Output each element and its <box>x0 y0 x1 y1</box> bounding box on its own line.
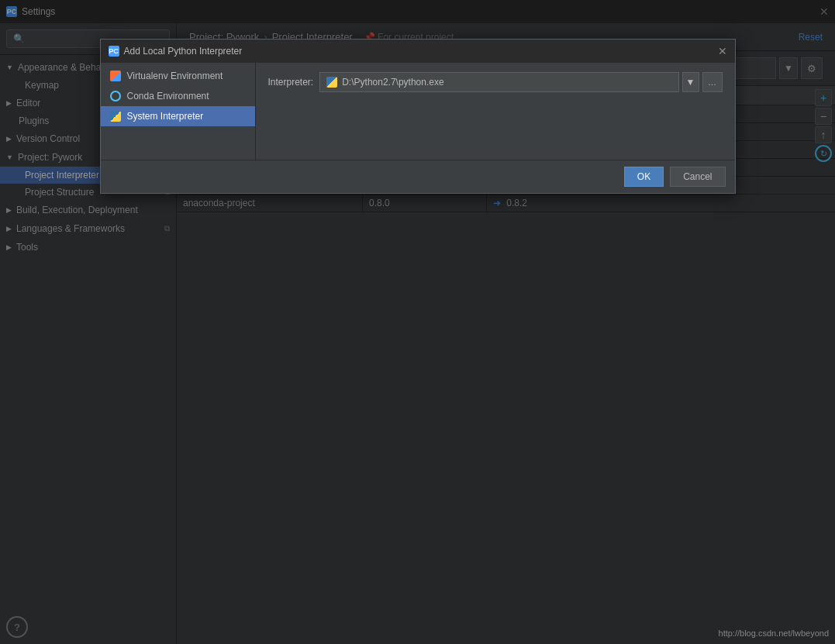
dialog-sidebar: Virtualenv Environment Conda Environment… <box>177 63 256 160</box>
dialog-browse-button[interactable]: … <box>702 72 723 92</box>
dialog-interpreter-input[interactable]: D:\Python2.7\python.exe <box>319 72 678 92</box>
dialog-sidebar-label: Conda Environment <box>177 91 209 102</box>
dialog-body: Virtualenv Environment Conda Environment… <box>177 63 735 160</box>
dialog-interpreter-value: D:\Python2.7\python.exe <box>342 77 443 88</box>
dialog-sidebar-system[interactable]: System Interpreter <box>177 106 255 126</box>
main-content: Project: Pywork › Project Interpreter 📌 … <box>177 23 835 644</box>
python-icon <box>326 77 337 88</box>
dialog-overlay: PC Add Local Python Interpreter ✕ Virtua… <box>177 23 835 644</box>
dialog-interpreter-label: Interpreter: <box>268 77 314 88</box>
dialog-title-bar: PC Add Local Python Interpreter ✕ <box>177 40 735 63</box>
dialog-interpreter-dropdown[interactable]: ▼ <box>682 72 699 92</box>
settings-body: ▼ Appearance & Behavior Keymap ▶ Editor … <box>0 23 835 644</box>
watermark: http://blog.csdn.net/lwbeyond <box>719 629 829 638</box>
dialog-title: Add Local Python Interpreter <box>177 46 242 57</box>
dialog-sidebar-conda[interactable]: Conda Environment <box>177 86 255 106</box>
dialog-sidebar-virtualenv[interactable]: Virtualenv Environment <box>177 66 255 86</box>
settings-window: PC Settings ✕ ▼ Appearance & Behavior Ke… <box>0 0 835 644</box>
dialog-sidebar-label: Virtualenv Environment <box>177 71 223 81</box>
dialog-interpreter-row: Interpreter: D:\Python2.7\python.exe ▼ … <box>268 72 723 92</box>
dialog-main: Interpreter: D:\Python2.7\python.exe ▼ … <box>256 63 735 160</box>
dialog-sidebar-label: System Interpreter <box>177 111 203 122</box>
cancel-button[interactable]: Cancel <box>670 167 725 187</box>
dialog-close-button[interactable]: ✕ <box>718 45 727 57</box>
dialog-input-wrap: D:\Python2.7\python.exe ▼ … <box>319 72 722 92</box>
ok-button[interactable]: OK <box>624 167 664 187</box>
dialog-footer: OK Cancel <box>177 160 735 193</box>
add-interpreter-dialog: PC Add Local Python Interpreter ✕ Virtua… <box>177 39 736 194</box>
dialog-title-left: PC Add Local Python Interpreter <box>177 46 242 57</box>
